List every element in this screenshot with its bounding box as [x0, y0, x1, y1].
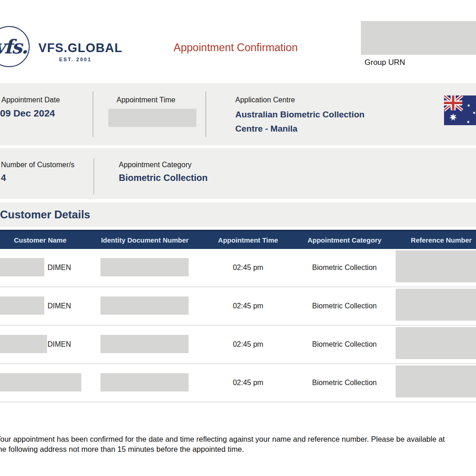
customer-name-redaction — [0, 296, 44, 315]
table-row: DIMEN 02:45 pm Biometric Collection — [0, 249, 476, 287]
appointment-time-cell: 02:45 pm — [233, 302, 264, 310]
appointment-time-cell: 02:45 pm — [233, 264, 264, 272]
appointment-confirmation-document: vfs. VFS.GLOBAL EST. 2001 Appointment Co… — [0, 0, 476, 476]
column-header-identity-document-number: Identity Document Number — [101, 236, 189, 244]
application-centre-value-line1: Australian Biometric Collection — [235, 110, 365, 120]
column-header-customer-name: Customer Name — [14, 236, 66, 244]
customer-count-band: Number of Customer/s 4 Appointment Categ… — [0, 148, 476, 199]
reference-number-redaction — [396, 250, 476, 282]
divider — [94, 158, 94, 195]
application-centre-value-line2: Centre - Manila — [235, 124, 297, 134]
appointment-date-label: Appointment Date — [1, 96, 60, 104]
application-centre-label: Application Centre — [235, 96, 295, 104]
appointment-time-redaction — [108, 109, 196, 127]
reference-number-redaction — [396, 327, 476, 359]
customer-details-heading: Customer Details — [0, 208, 90, 221]
brand-tagline: EST. 2001 — [38, 57, 112, 62]
appointment-category-value: Biometric Collection — [119, 173, 207, 183]
appointment-time-label: Appointment Time — [116, 96, 175, 104]
reference-number-redaction — [396, 289, 476, 321]
appointment-time-cell: 02:45 pm — [233, 340, 264, 349]
australia-flag-icon — [444, 95, 476, 125]
appointment-category-label: Appointment Category — [119, 161, 191, 169]
appointment-category-cell: Biometric Collection — [312, 379, 376, 387]
divider — [206, 91, 206, 137]
page-title: Appointment Confirmation — [174, 42, 298, 54]
customer-name-suffix: DIMEN — [48, 340, 71, 349]
customer-details-heading-band: Customer Details — [0, 202, 476, 227]
brand-name: VFS.GLOBAL — [38, 41, 122, 55]
customer-name-redaction — [0, 335, 47, 353]
appointment-date-value: 09 Dec 2024 — [0, 108, 55, 119]
customer-name-suffix: DIMEN — [48, 302, 71, 310]
table-row: DIMEN 02:45 pm Biometric Collection — [0, 287, 476, 326]
appointment-category-cell: Biometric Collection — [312, 302, 376, 310]
vfs-logo: vfs. — [0, 26, 30, 67]
customer-name-redaction — [0, 258, 44, 276]
column-header-reference-number: Reference Number — [411, 236, 471, 244]
group-urn-redaction — [361, 21, 476, 55]
vfs-logo-monogram: vfs. — [0, 36, 27, 58]
confirmation-note: Your appointment has been confirmed for … — [0, 434, 476, 454]
table-row: 02:45 pm Biometric Collection — [0, 364, 476, 402]
appointment-summary-band: Appointment Date 09 Dec 2024 Appointment… — [0, 83, 476, 145]
divider — [93, 91, 93, 137]
group-urn-label: Group URN — [365, 58, 405, 67]
customer-table-header: Customer Name Identity Document Number A… — [0, 230, 476, 249]
reference-number-redaction — [396, 365, 476, 397]
confirmation-note-line1: Your appointment has been confirmed for … — [0, 434, 476, 444]
appointment-category-cell: Biometric Collection — [312, 264, 376, 272]
customer-name-redaction — [0, 373, 81, 391]
appointment-category-cell: Biometric Collection — [312, 340, 376, 349]
identity-document-redaction — [100, 296, 189, 315]
identity-document-redaction — [100, 258, 189, 276]
number-of-customers-label: Number of Customer/s — [1, 161, 74, 169]
table-row: DIMEN 02:45 pm Biometric Collection — [0, 326, 476, 364]
confirmation-note-line2: the following address not more than 15 m… — [0, 444, 476, 454]
identity-document-redaction — [100, 335, 189, 353]
identity-document-redaction — [100, 373, 189, 391]
column-header-appointment-time: Appointment Time — [218, 236, 278, 244]
customer-name-suffix: DIMEN — [48, 264, 71, 272]
appointment-time-cell: 02:45 pm — [233, 379, 264, 387]
number-of-customers-value: 4 — [1, 173, 6, 183]
column-header-appointment-category: Appointment Category — [307, 236, 381, 244]
